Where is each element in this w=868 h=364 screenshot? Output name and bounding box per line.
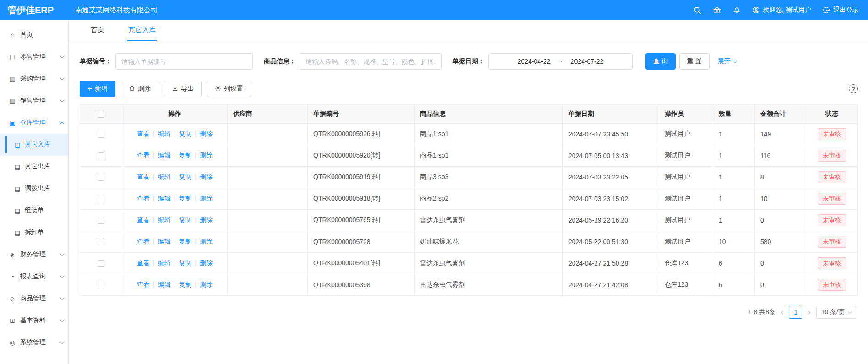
copy-link[interactable]: 复制 [179, 238, 191, 245]
delete-button[interactable]: 删除 [121, 81, 158, 97]
column-settings-label: 列设置 [224, 85, 243, 93]
row-checkbox[interactable] [98, 217, 104, 224]
sidebar-item-basic-data[interactable]: ⊞ 基本资料 [0, 310, 68, 331]
copy-link[interactable]: 复制 [179, 281, 191, 288]
menu-icon: ◎ [8, 339, 16, 346]
row-checkbox[interactable] [98, 239, 104, 245]
row-checkbox[interactable] [98, 260, 104, 267]
edit-link[interactable]: 编辑 [158, 195, 171, 202]
row-delete-link[interactable]: 删除 [200, 130, 213, 137]
row-delete-link[interactable]: 删除 [200, 195, 213, 202]
search-button[interactable]: 查 询 [645, 53, 676, 70]
menu-icon: ◈ [8, 251, 16, 258]
sidebar-subitem-other-outbound[interactable]: ▤ 其它出库 [0, 156, 68, 178]
status-cell: 未审核 [806, 188, 858, 210]
date-to[interactable]: 2024-07-22 [571, 58, 604, 65]
welcome-user[interactable]: 欢迎您, 测试用户 [753, 6, 811, 14]
help-icon[interactable]: ? [849, 84, 858, 93]
sidebar-item-label: 系统管理 [20, 338, 60, 347]
add-button[interactable]: + 新增 [80, 81, 115, 97]
edit-link[interactable]: 编辑 [158, 216, 171, 223]
view-link[interactable]: 查看 [137, 152, 150, 159]
bill-no-input[interactable] [115, 53, 253, 70]
action-separator: | [153, 173, 155, 180]
view-link[interactable]: 查看 [137, 238, 150, 245]
sidebar-item-goods[interactable]: ◇ 商品管理 [0, 288, 68, 310]
view-link[interactable]: 查看 [137, 259, 150, 266]
expand-link[interactable]: 展开 [718, 57, 737, 65]
view-link[interactable]: 查看 [137, 130, 150, 137]
row-delete-link[interactable]: 删除 [200, 173, 213, 180]
view-link[interactable]: 查看 [137, 195, 150, 202]
date-range-picker[interactable]: 2024-04-22 ~ 2024-07-22 [488, 53, 633, 70]
view-link[interactable]: 查看 [137, 281, 150, 288]
copy-link[interactable]: 复制 [179, 195, 191, 202]
row-checkbox[interactable] [98, 174, 104, 181]
sidebar-item-purchase[interactable]: ▥ 采购管理 [0, 68, 68, 90]
bill-date-label: 单据日期： [453, 57, 485, 65]
page-size-select[interactable]: 10 条/页 [816, 306, 856, 319]
status-cell: 未审核 [806, 231, 858, 253]
next-page-button[interactable]: › [807, 308, 811, 316]
date-cell: 2024-07-07 23:45:50 [563, 124, 659, 145]
export-button[interactable]: 导出 [164, 81, 202, 97]
sidebar-item-warehouse[interactable]: ▣ 仓库管理 [0, 112, 68, 134]
edit-link[interactable]: 编辑 [158, 130, 171, 137]
chevron-down-icon [60, 339, 65, 344]
sidebar-item-system[interactable]: ◎ 系统管理 [0, 331, 68, 353]
status-badge: 未审核 [818, 236, 846, 248]
topbar: 管伊佳ERP 南通某某网络科技有限公司 欢迎您, 测试用户 退出登录 [0, 0, 868, 20]
row-delete-link[interactable]: 删除 [200, 259, 213, 266]
copy-link[interactable]: 复制 [179, 173, 191, 180]
copy-link[interactable]: 复制 [179, 130, 191, 137]
copy-link[interactable]: 复制 [179, 152, 191, 159]
logout-button[interactable]: 退出登录 [823, 6, 859, 14]
bill-no-cell: QTRK00000005728 [308, 231, 415, 253]
page-number-button[interactable]: 1 [789, 306, 802, 319]
column-settings-button[interactable]: 列设置 [207, 81, 251, 97]
tab-home[interactable]: 首页 [90, 20, 105, 41]
select-cell [80, 188, 122, 210]
document-icon: ▤ [14, 141, 21, 148]
view-link[interactable]: 查看 [137, 173, 150, 180]
date-from[interactable]: 2024-04-22 [518, 58, 551, 65]
edit-link[interactable]: 编辑 [158, 281, 171, 288]
row-delete-link[interactable]: 删除 [200, 216, 213, 223]
sidebar-item-home[interactable]: ⌂ 首页 [0, 24, 68, 46]
select-all-checkbox[interactable] [98, 111, 104, 118]
edit-link[interactable]: 编辑 [158, 238, 171, 245]
row-delete-link[interactable]: 删除 [200, 281, 213, 288]
prev-page-button[interactable]: ‹ [780, 308, 784, 316]
edit-link[interactable]: 编辑 [158, 259, 171, 266]
row-checkbox[interactable] [98, 196, 104, 202]
copy-link[interactable]: 复制 [179, 216, 191, 223]
edit-link[interactable]: 编辑 [158, 173, 171, 180]
edit-link[interactable]: 编辑 [158, 152, 171, 159]
search-icon[interactable] [693, 6, 701, 14]
sidebar-item-sales[interactable]: ▦ 销售管理 [0, 90, 68, 112]
reset-button[interactable]: 重 置 [679, 53, 710, 70]
table-row: 查看|编辑|复制|删除 QTRK00000005920[转] 商品1 sp1 2… [80, 145, 858, 167]
sidebar-item-report[interactable]: ◔ 报表查询 [0, 266, 68, 288]
sidebar-subitem-assembly-order[interactable]: ▤ 组装单 [0, 200, 68, 222]
sidebar-subitem-other-inbound[interactable]: ▤ 其它入库 [0, 134, 68, 156]
row-checkbox[interactable] [98, 131, 104, 138]
sidebar-subitem-label: 其它入库 [25, 141, 50, 149]
sidebar-item-finance[interactable]: ◈ 财务管理 [0, 244, 68, 266]
product-info-input[interactable] [300, 53, 442, 70]
bank-icon[interactable] [713, 6, 721, 14]
table-row: 查看|编辑|复制|删除 QTRK00000005918[转] 商品2 sp2 2… [80, 188, 858, 210]
action-separator: | [174, 238, 176, 245]
sidebar-item-retail[interactable]: ▤ 零售管理 [0, 46, 68, 68]
row-delete-link[interactable]: 删除 [200, 152, 213, 159]
row-checkbox[interactable] [98, 152, 104, 159]
row-delete-link[interactable]: 删除 [200, 238, 213, 245]
bell-icon[interactable] [733, 6, 741, 14]
operator-cell: 测试用户 [659, 210, 713, 231]
sidebar-subitem-disassembly-order[interactable]: ▤ 拆卸单 [0, 222, 68, 244]
copy-link[interactable]: 复制 [179, 259, 191, 266]
view-link[interactable]: 查看 [137, 216, 150, 223]
sidebar-subitem-transfer-outbound[interactable]: ▤ 调拨出库 [0, 178, 68, 200]
tab-other-inbound[interactable]: 其它入库 [127, 20, 157, 41]
row-checkbox[interactable] [98, 282, 104, 288]
